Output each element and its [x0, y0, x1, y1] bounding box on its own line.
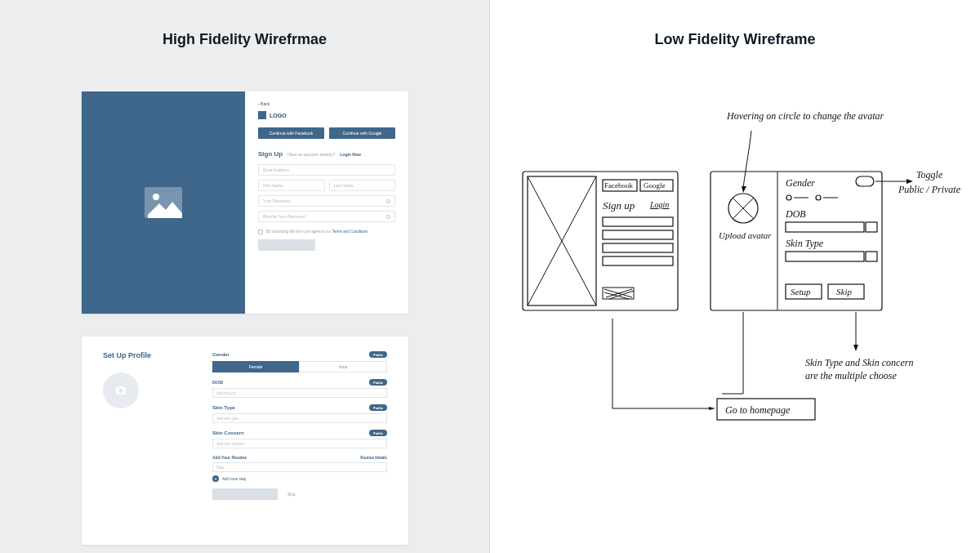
- svg-rect-24: [856, 176, 874, 186]
- eye-icon[interactable]: [386, 215, 390, 219]
- password-placeholder: Your Password: [263, 198, 290, 203]
- profile-title: Set Up Profile: [103, 351, 193, 359]
- password-field[interactable]: Your Password: [258, 195, 395, 207]
- facebook-button[interactable]: Continue with Facebook: [258, 127, 324, 139]
- sketch-dob: DOB: [785, 208, 806, 220]
- low-fidelity-panel: Low Fidelity Wireframe Facebook Google S…: [490, 0, 980, 553]
- signup-card: Back LOGO Continue with Facebook Continu…: [82, 91, 408, 314]
- sketch-skip: Skip: [836, 287, 852, 297]
- google-button[interactable]: Continue with Google: [329, 127, 395, 139]
- dob-public-toggle[interactable]: Public: [369, 379, 387, 386]
- terms-text: By submitting this form you agree to our: [266, 230, 332, 234]
- skin-type-public-toggle[interactable]: Public: [369, 404, 387, 411]
- skin-type-label: Skin Type: [212, 405, 235, 410]
- sketch-facebook: Facebook: [604, 181, 633, 190]
- skin-concern-field[interactable]: Add skin concern: [212, 439, 387, 448]
- svg-rect-30: [866, 252, 877, 261]
- terms-row: By submitting this form you agree to our…: [258, 230, 395, 234]
- svg-marker-17: [709, 407, 715, 410]
- avatar-upload[interactable]: [103, 372, 139, 408]
- svg-rect-8: [603, 217, 673, 226]
- sketch-login-label: Login: [649, 200, 669, 209]
- add-step-label: Add more step: [222, 477, 246, 481]
- terms-link[interactable]: Terms and Conditions: [332, 230, 368, 234]
- profile-card: Set Up Profile Gender Public Female Male…: [82, 337, 408, 545]
- email-field[interactable]: Email Address: [258, 164, 395, 176]
- svg-rect-29: [786, 252, 864, 261]
- gender-public-toggle[interactable]: Public: [369, 351, 387, 358]
- last-name-field[interactable]: Last Name: [329, 180, 396, 191]
- svg-rect-9: [603, 230, 673, 239]
- skin-concern-label: Skin Concern: [212, 430, 244, 435]
- dob-field[interactable]: dd/mm/yyyy: [212, 388, 387, 398]
- gender-label: Gender: [212, 352, 229, 357]
- sketch-setup: Setup: [791, 287, 811, 297]
- setup-button[interactable]: [212, 488, 278, 500]
- gender-female[interactable]: Female: [212, 361, 299, 372]
- svg-rect-10: [603, 243, 673, 252]
- svg-rect-28: [866, 222, 877, 232]
- logo-text: LOGO: [270, 113, 287, 118]
- signup-heading: Sign Up: [258, 150, 283, 158]
- terms-checkbox[interactable]: [258, 230, 263, 234]
- svg-point-25: [786, 195, 791, 200]
- sketch-canvas: Facebook Google Sign up Login: [490, 74, 980, 531]
- image-placeholder-panel: [82, 91, 245, 314]
- logo-icon: [258, 111, 266, 119]
- svg-rect-27: [786, 222, 864, 232]
- sketch-go-home: Go to homepage: [725, 404, 791, 416]
- svg-point-1: [153, 194, 159, 200]
- sketch-google: Google: [644, 181, 666, 190]
- sketch-upload-avatar: Upload avatar: [719, 230, 772, 240]
- right-title: Low Fidelity Wireframe: [490, 31, 980, 48]
- sketch-toggle-2: Public / Private: [898, 184, 961, 195]
- gender-segmented[interactable]: Female Male: [212, 361, 387, 372]
- left-title: High Fidelity Wirefrmae: [0, 31, 489, 48]
- svg-point-26: [816, 195, 821, 200]
- logo: LOGO: [258, 111, 395, 119]
- gender-male[interactable]: Male: [299, 361, 387, 372]
- back-link[interactable]: Back: [258, 101, 395, 106]
- svg-marker-35: [853, 345, 858, 351]
- high-fidelity-panel: High Fidelity Wirefrmae Back LOGO Contin…: [0, 0, 490, 553]
- sketch-multi-2: are the multiple choose: [805, 370, 898, 381]
- password-confirm-placeholder: Rewrite Your Password: [263, 214, 305, 219]
- camera-icon: [115, 385, 127, 396]
- signup-submit-button[interactable]: [258, 239, 315, 251]
- skin-type-field[interactable]: Add skin type: [212, 413, 387, 423]
- sketch-skin-type: Skin Type: [786, 238, 824, 249]
- sketch-signup-card: Facebook Google Sign up Login: [523, 172, 678, 310]
- image-placeholder-icon: [145, 187, 182, 218]
- routine-detail-link[interactable]: Routine Details: [360, 456, 387, 460]
- sketch-toggle-1: Toggle: [916, 169, 943, 181]
- first-name-field[interactable]: First Name: [258, 180, 325, 191]
- password-confirm-field[interactable]: Rewrite Your Password: [258, 211, 395, 222]
- svg-rect-11: [603, 256, 673, 265]
- skip-link[interactable]: Skip: [287, 492, 296, 497]
- sketch-signup-label: Sign up: [603, 199, 635, 212]
- dob-label: DOB: [212, 380, 223, 385]
- plus-icon: +: [212, 475, 219, 482]
- sketch-gender: Gender: [786, 177, 815, 189]
- login-now-link[interactable]: Login Now: [340, 152, 361, 157]
- sketch-hover-note: Hovering on circle to change the avatar: [726, 110, 884, 122]
- sketch-multi-1: Skin Type and Skin concern: [805, 357, 913, 368]
- sketch-profile-card: Upload avatar Gender DOB Skin Type Setup: [710, 172, 882, 310]
- have-account-text: Have an account already?: [287, 152, 335, 157]
- skin-concern-public-toggle[interactable]: Public: [369, 430, 387, 436]
- add-step-button[interactable]: + Add more step: [212, 475, 387, 482]
- signup-form: Back LOGO Continue with Facebook Continu…: [245, 91, 408, 314]
- routine-step-field[interactable]: Step: [212, 462, 387, 472]
- routine-label: Add Your Routine: [212, 455, 247, 460]
- eye-icon[interactable]: [386, 199, 390, 203]
